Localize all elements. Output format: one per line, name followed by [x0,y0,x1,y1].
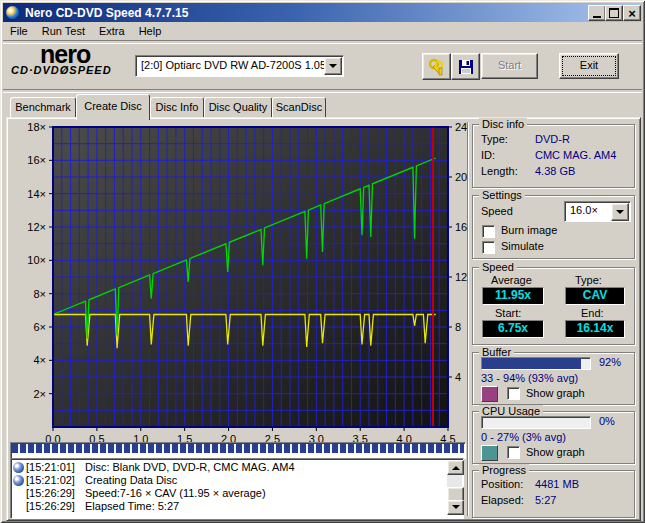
simulate-label: Simulate [501,240,544,252]
disc-icon [13,462,24,473]
keys-icon [428,58,446,76]
disc-info-title: Disc info [479,118,527,130]
chevron-down-icon [329,64,337,72]
menu-bar: File Run Test Extra Help [3,22,642,40]
burn-image-label: Burn image [501,224,557,236]
disc-id-value: CMC MAG. AM4 [535,149,616,161]
svg-text:12: 12 [455,271,467,283]
close-button[interactable]: × [623,5,641,21]
cpu-group: CPU Usage 0% 0 - 27% (3% avg) Show graph [472,411,635,464]
close-icon: × [628,8,636,19]
buffer-bar [481,357,591,370]
maximize-button[interactable] [605,5,623,21]
app-icon [6,6,19,19]
drive-selector-dropdown-button[interactable] [324,57,342,75]
tab-disc-info[interactable]: Disc Info [150,97,204,118]
speed-start-label: Start: [495,307,521,319]
progress-group: Progress Position: 4481 MB Elapsed: 5:27 [472,470,635,518]
write-progress-bar [10,442,466,459]
menu-extra[interactable]: Extra [92,23,132,39]
svg-text:10×: 10× [27,254,46,266]
write-transfer-chart: 18×16×14×12×10×8×6×4×2×24201612840.00.51… [10,120,472,446]
disc-type-value: DVD-R [535,133,570,145]
svg-text:8: 8 [455,321,461,333]
speed-end-value: 16.14x [565,320,625,338]
svg-text:16×: 16× [27,154,46,166]
svg-text:8×: 8× [33,288,46,300]
disc-type-label: Type: [481,133,508,145]
menu-help[interactable]: Help [132,23,169,39]
svg-text:16: 16 [455,221,467,233]
minimize-button[interactable] [588,5,606,21]
settings-group: Settings Speed 16.0× Burn image Simulate [472,195,635,259]
menu-file[interactable]: File [3,23,35,39]
disc-info-group: Disc info Type: DVD-R ID: CMC MAG. AM4 L… [472,124,635,188]
buffer-show-graph-checkbox[interactable] [507,387,520,400]
tab-benchmark[interactable]: Benchmark [10,97,76,118]
save-button[interactable] [451,53,480,80]
cpu-show-graph-label: Show graph [526,446,585,458]
tab-scandisc[interactable]: ScanDisc [272,97,326,118]
menu-run-test[interactable]: Run Test [35,23,92,39]
log-time: [15:26:29] [26,500,84,513]
scroll-up-button[interactable] [447,460,464,475]
title-bar: Nero CD-DVD Speed 4.7.7.15 [3,3,642,22]
svg-text:18×: 18× [27,121,46,133]
log-text: Speed:7-16 × CAV (11.95 × average) [85,487,266,500]
log-text: Creating Data Disc [85,474,177,487]
minimize-icon [593,16,601,18]
divider [467,122,469,516]
floppy-disk-icon [458,59,474,75]
log-text: Disc: Blank DVD, DVD-R, CMC MAG. AM4 [85,461,295,474]
svg-text:24: 24 [455,121,467,133]
buffer-show-graph-label: Show graph [526,387,585,399]
maximize-icon [609,8,619,18]
window-title: Nero CD-DVD Speed 4.7.7.15 [25,6,188,20]
speed-select[interactable]: 16.0× [564,201,631,222]
buffer-group: Buffer 92% 33 - 94% (93% avg) Show graph [472,352,635,405]
nero-logo-subtitle: CD·DVDØSPEED [11,64,112,76]
speed-select-dropdown-button[interactable] [611,203,629,221]
start-button[interactable]: Start [481,53,538,79]
log-time: [15:21:01] [26,461,84,474]
speed-average-label: Average [491,274,532,286]
log-time: [15:21:02] [26,474,84,487]
options-button[interactable] [422,53,451,80]
progress-position-value: 4481 MB [535,478,579,490]
tab-create-disc[interactable]: Create Disc [76,94,150,120]
arrow-down-icon [452,505,460,513]
log-list[interactable]: [15:21:01] Disc: Blank DVD, DVD-R, CMC M… [10,458,464,519]
log-time: [15:26:29] [26,487,84,500]
speed-title: Speed [479,261,517,273]
cpu-show-graph-checkbox[interactable] [507,446,520,459]
disc-length-value: 4.38 GB [535,165,575,177]
settings-title: Settings [479,189,525,201]
progress-position-label: Position: [481,478,523,490]
speed-end-label: End: [581,307,604,319]
speed-group: Speed Average Type: 11.95x CAV Start: En… [472,267,635,345]
arrow-up-icon [452,462,460,470]
cpu-range: 0 - 27% (3% avg) [481,431,566,443]
disc-id-label: ID: [481,149,495,161]
buffer-range: 33 - 94% (93% avg) [481,372,578,384]
scroll-down-button[interactable] [447,500,464,515]
speed-average-value: 11.95x [482,287,544,305]
disc-icon [13,475,24,486]
log-scrollbar[interactable] [447,460,462,515]
burn-image-checkbox[interactable] [482,225,495,238]
simulate-checkbox[interactable] [482,241,495,254]
progress-elapsed-label: Elapsed: [481,494,524,506]
drive-selector[interactable]: [2:0] Optiarc DVD RW AD-7200S 1.05 [135,55,344,77]
tab-disc-quality[interactable]: Disc Quality [204,97,272,118]
speed-type-label: Type: [575,274,602,286]
progress-elapsed-value: 5:27 [535,494,556,506]
drive-selector-value: [2:0] Optiarc DVD RW AD-7200S 1.05 [141,59,326,71]
log-text: Elapsed Time: 5:27 [85,500,179,513]
svg-text:20: 20 [455,171,467,183]
buffer-swatch [481,386,498,402]
separator [3,40,642,44]
svg-text:6×: 6× [33,321,46,333]
exit-button[interactable]: Exit [559,53,619,79]
app-window: Nero CD-DVD Speed 4.7.7.15 × File Run Te… [0,0,645,523]
speed-select-value: 16.0× [570,204,598,216]
